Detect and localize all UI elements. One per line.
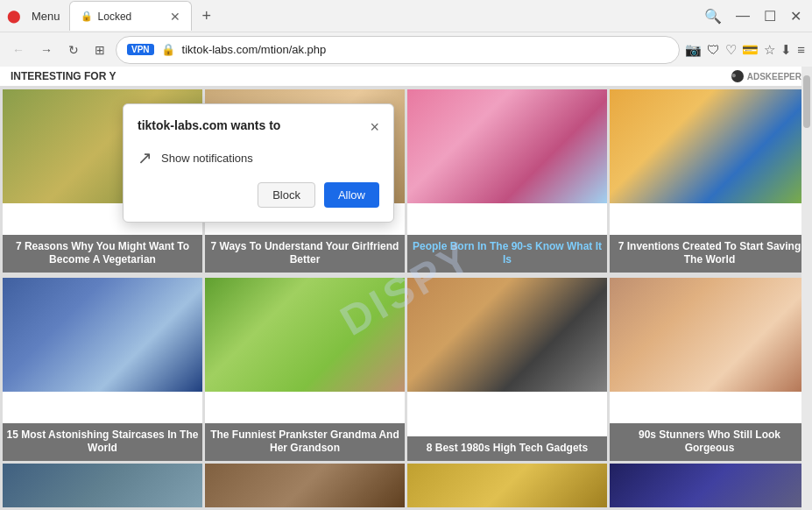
grid-item-title: 15 Most Astonishing Staircases In The Wo…: [3, 423, 202, 461]
tab-favicon: 🔒: [81, 11, 93, 22]
tab-bar: ⬤ Menu 🔒 Locked ✕ + 🔍 — ☐ ✕: [0, 0, 812, 32]
tab-grid-button[interactable]: ⊞: [89, 39, 110, 60]
content-header: INTERESTING FOR Y ● ADSKEEPER: [0, 67, 812, 87]
tab-bar-right: 🔍 — ☐ ✕: [701, 4, 805, 28]
menu-button[interactable]: Menu: [26, 8, 66, 25]
address-bar[interactable]: VPN 🔒 tiktok-labs.com/mtion/ak.php: [116, 36, 680, 64]
grid-row-2: 15 Most Astonishing Staircases In The Wo…: [0, 275, 812, 464]
grid-item-title: People Born In The 90-s Know What It Is: [407, 235, 607, 273]
popup-buttons: Block Allow: [138, 182, 379, 208]
browser-chrome: ⬤ Menu 🔒 Locked ✕ + 🔍 — ☐ ✕ ← → ↻ ⊞ VPN …: [0, 0, 812, 67]
popup-close-button[interactable]: ×: [370, 118, 379, 137]
popup-header: tiktok-labs.com wants to ×: [138, 118, 379, 137]
page-content: INTERESTING FOR Y ● ADSKEEPER DISPY 7 Re…: [0, 67, 812, 510]
grid-item[interactable]: 15 Most Astonishing Staircases In The Wo…: [3, 278, 202, 461]
grid-item-title: 7 Inventions Created To Start Saving The…: [610, 235, 809, 273]
grid-item-title: 90s Stunners Who Still Look Gorgeous: [610, 423, 809, 461]
bottom-item[interactable]: [3, 464, 202, 507]
shield-icon[interactable]: 🛡: [707, 42, 720, 57]
heart-icon[interactable]: ♡: [725, 42, 737, 58]
grid-item[interactable]: The Funniest Prankster Grandma And Her G…: [205, 278, 405, 461]
popup-notification-text: Show notifications: [161, 152, 253, 165]
reload-button[interactable]: ↻: [63, 39, 84, 60]
tab-close-button[interactable]: ✕: [170, 10, 180, 24]
tab-title: Locked: [98, 11, 165, 23]
maximize-button[interactable]: ☐: [760, 4, 780, 28]
grid-item-title: 7 Reasons Why You Might Want To Become A…: [3, 235, 202, 273]
bottom-row: [0, 464, 812, 510]
bell-icon: ↗: [138, 147, 152, 168]
minimize-button[interactable]: —: [732, 4, 753, 27]
grid-item-title: 7 Ways To Understand Your Girlfriend Bet…: [205, 235, 405, 273]
menu-dots-icon[interactable]: ≡: [797, 42, 805, 57]
popup-title: tiktok-labs.com wants to: [138, 118, 280, 132]
nav-icons-right: 📷 🛡 ♡ 💳 ☆ ⬇ ≡: [685, 42, 805, 58]
bottom-item[interactable]: [407, 464, 607, 507]
opera-icon: ⬤: [7, 9, 21, 23]
scrollbar-thumb: [803, 75, 810, 128]
bottom-item[interactable]: [610, 464, 809, 507]
grid-item[interactable]: 7 Inventions Created To Start Saving The…: [610, 89, 809, 273]
back-button[interactable]: ←: [7, 39, 30, 60]
camera-icon[interactable]: 📷: [685, 42, 702, 58]
download-icon[interactable]: ⬇: [780, 42, 792, 58]
allow-button[interactable]: Allow: [324, 182, 379, 208]
notification-popup: tiktok-labs.com wants to × ↗ Show notifi…: [123, 103, 394, 223]
tab-bar-left: ⬤ Menu: [7, 8, 66, 25]
wallet-icon[interactable]: 💳: [742, 42, 759, 58]
new-tab-button[interactable]: +: [195, 5, 219, 27]
browser-tab[interactable]: 🔒 Locked ✕: [69, 1, 192, 31]
search-button[interactable]: 🔍: [701, 4, 725, 28]
forward-button[interactable]: →: [35, 39, 58, 60]
grid-item[interactable]: 90s Stunners Who Still Look Gorgeous: [610, 278, 809, 461]
address-text[interactable]: tiktok-labs.com/mtion/ak.php: [182, 43, 669, 56]
bottom-item[interactable]: [205, 464, 405, 507]
block-button[interactable]: Block: [258, 182, 315, 208]
grid-item-title: 8 Best 1980s High Tech Gadgets: [407, 436, 607, 461]
lock-icon: 🔒: [161, 43, 175, 56]
grid-item[interactable]: 8 Best 1980s High Tech Gadgets: [407, 278, 607, 461]
interesting-label: INTERESTING FOR Y: [11, 70, 116, 82]
grid-item[interactable]: People Born In The 90-s Know What It Is: [407, 89, 607, 273]
grid-item-title: The Funniest Prankster Grandma And Her G…: [205, 423, 405, 461]
popup-content: ↗ Show notifications: [138, 147, 379, 168]
vpn-badge: VPN: [127, 44, 154, 55]
bookmark-icon[interactable]: ☆: [764, 42, 775, 58]
close-button[interactable]: ✕: [787, 4, 805, 28]
adskeeper-badge: ● ADSKEEPER: [731, 70, 801, 82]
nav-bar: ← → ↻ ⊞ VPN 🔒 tiktok-labs.com/mtion/ak.p…: [0, 32, 812, 67]
adskeeper-logo: ●: [731, 70, 744, 82]
adskeeper-label: ADSKEEPER: [747, 72, 801, 81]
scrollbar[interactable]: [801, 67, 812, 510]
